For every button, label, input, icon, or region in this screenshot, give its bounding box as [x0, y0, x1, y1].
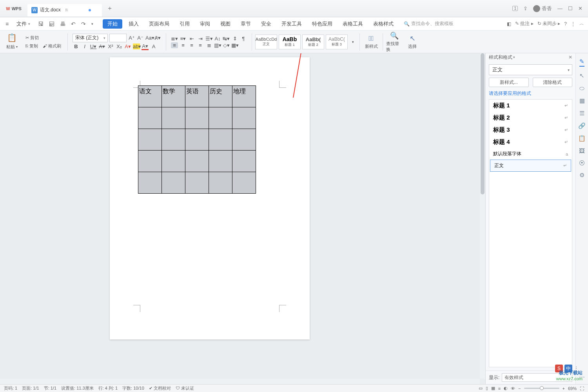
table-cell[interactable]: 语文 — [138, 86, 162, 107]
save-icon[interactable]: 🖫 — [36, 20, 45, 28]
help-icon[interactable]: ? — [564, 21, 567, 27]
find-replace-button[interactable]: 🔍查找替换 — [386, 31, 403, 53]
redo-icon[interactable]: ↷ — [80, 20, 87, 28]
table-cell[interactable]: 历史 — [209, 86, 232, 107]
table-row[interactable] — [138, 172, 256, 194]
status-wordcount[interactable]: 字数: 10/10 — [122, 385, 144, 391]
tab-table-tools[interactable]: 表格工具 — [339, 19, 367, 29]
indent-dec-icon[interactable]: ⇤ — [188, 36, 195, 42]
print-icon[interactable]: 🖶 — [58, 20, 67, 28]
fullscreen-icon[interactable]: ⛶ — [580, 386, 584, 391]
distribute-icon[interactable]: ≣ — [205, 42, 212, 48]
cut-button[interactable]: ✂剪切 — [24, 34, 40, 42]
rail-settings-icon[interactable]: ⚙ — [579, 172, 584, 179]
style-item-h1[interactable]: 标题 1↵ — [489, 100, 572, 112]
style-item-normal[interactable]: 正文↵ — [490, 160, 571, 172]
italic-icon[interactable]: I — [81, 44, 88, 49]
view-read-icon[interactable]: ▭ — [479, 386, 483, 391]
hamburger-icon[interactable]: ≡ — [4, 20, 10, 28]
tab-table-style[interactable]: 表格样式 — [369, 19, 397, 29]
tab-security[interactable]: 安全 — [257, 19, 275, 29]
rail-security-icon[interactable]: ⦿ — [579, 160, 585, 166]
tab-char-icon[interactable]: ↹▾ — [223, 36, 230, 42]
subscript-icon[interactable]: X₂ — [116, 44, 123, 49]
font-color-icon[interactable]: A▾ — [142, 43, 149, 50]
style-heading2[interactable]: AaBb(标题 2 — [302, 34, 324, 49]
table-cell[interactable]: 地理 — [232, 86, 256, 107]
paste-icon[interactable]: 📋 — [7, 33, 17, 42]
undo-dropdown-icon[interactable]: ▾ — [90, 21, 95, 27]
tab-review[interactable]: 审阅 — [196, 19, 214, 29]
document-table[interactable]: 语文 数学 英语 历史 地理 — [138, 85, 256, 194]
align-justify-icon[interactable]: ≡ — [197, 42, 204, 48]
rail-image-icon[interactable]: 🖼 — [579, 147, 585, 154]
char-shading-icon[interactable]: A — [150, 44, 157, 49]
rail-shape-icon[interactable]: ⬭ — [579, 85, 584, 92]
tab-devtools[interactable]: 开发工具 — [278, 19, 306, 29]
tab-insert[interactable]: 插入 — [125, 19, 143, 29]
sync-status[interactable]: ↻ 未同步 ▸ — [537, 20, 561, 27]
skin-icon[interactable]: ◧ — [507, 21, 511, 27]
panel-dropdown-icon[interactable]: ▾ — [513, 55, 515, 59]
clear-format-icon[interactable]: A̷▾ — [154, 35, 161, 41]
collapse-ribbon-icon[interactable]: ︿ — [579, 20, 584, 27]
more-icon[interactable]: ⋮ — [571, 21, 575, 27]
panel-close-icon[interactable]: ✕ — [568, 54, 572, 60]
rail-layout-icon[interactable]: ▦ — [579, 97, 585, 104]
underline-icon[interactable]: U▾ — [90, 44, 97, 49]
style-item-h4[interactable]: 标题 4↵ — [489, 136, 572, 148]
rail-link-icon[interactable]: 🔗 — [578, 122, 586, 129]
font-name-select[interactable]: 宋体 (正文) — [73, 34, 108, 42]
view-print-icon[interactable]: ▯ — [486, 386, 488, 391]
horizontal-scrollbar[interactable] — [0, 379, 480, 384]
outline-icon[interactable]: ☰▾ — [205, 36, 212, 42]
status-rowcol[interactable]: 行: 4 列: 1 — [98, 385, 118, 391]
view-outline-icon[interactable]: ≡ — [498, 386, 501, 391]
select-button[interactable]: ↖选择 — [404, 34, 421, 49]
zoom-slider[interactable] — [524, 388, 559, 389]
format-painter-button[interactable]: 🖌格式刷 — [41, 42, 63, 50]
vertical-scrollbar[interactable] — [480, 53, 485, 379]
style-gallery-more-icon[interactable]: ▾ — [349, 40, 356, 44]
style-item-h3[interactable]: 标题 3↵ — [489, 124, 572, 136]
text-effect-icon[interactable]: A▾ — [124, 44, 131, 49]
file-menu[interactable]: 文件▾ — [13, 19, 34, 29]
tab-special[interactable]: 特色应用 — [308, 19, 336, 29]
paste-button[interactable]: 粘贴▾ — [5, 43, 19, 51]
align-right-icon[interactable]: ≡ — [188, 42, 195, 48]
style-heading3[interactable]: AaBbC(标题 3 — [326, 34, 348, 49]
bullets-icon[interactable]: ≣▾ — [171, 36, 178, 42]
zoom-out-icon[interactable]: − — [518, 386, 521, 391]
table-cell[interactable]: 数学 — [162, 86, 185, 107]
rail-styles-icon[interactable]: ✎ — [579, 58, 584, 67]
tab-view[interactable]: 视图 — [216, 19, 234, 29]
status-section[interactable]: 节: 1/1 — [44, 385, 56, 391]
undo-icon[interactable]: ↶ — [69, 20, 77, 28]
comment-toggle[interactable]: ✎ 批注 ▸ — [515, 20, 534, 27]
para-marks-icon[interactable]: ¶ — [240, 36, 247, 42]
tab-start[interactable]: 开始 — [103, 19, 122, 29]
table-cell[interactable]: 英语 — [185, 86, 209, 107]
copy-button[interactable]: ⎘复制 — [24, 42, 40, 50]
font-size-select[interactable] — [109, 34, 127, 42]
superscript-icon[interactable]: X² — [107, 44, 114, 49]
close-window-icon[interactable]: ✕ — [578, 5, 583, 11]
status-proof[interactable]: ✔ 文档校对 — [149, 385, 171, 391]
shrink-font-icon[interactable]: A⁻ — [137, 35, 144, 41]
current-style-select[interactable]: 正文 — [489, 64, 572, 75]
sort-icon[interactable]: A↕ — [214, 36, 221, 42]
rail-select-icon[interactable]: ↖ — [579, 72, 584, 79]
tab-references[interactable]: 引用 — [176, 19, 194, 29]
columns-icon[interactable]: ▥▾ — [214, 42, 221, 48]
change-case-icon[interactable]: Aa▾ — [145, 35, 152, 41]
table-row[interactable] — [138, 151, 256, 172]
scroll-thumb[interactable] — [481, 53, 485, 194]
document-tab[interactable]: W 语文.docx ⎘ — [27, 4, 102, 16]
status-page[interactable]: 页面: 1/1 — [22, 385, 39, 391]
tab-expand-icon[interactable]: ⎘ — [65, 8, 68, 12]
style-heading1[interactable]: AaBb标题 1 — [279, 34, 301, 49]
document-viewport[interactable]: 语文 数学 英语 历史 地理 — [0, 53, 485, 384]
numbering-icon[interactable]: ≡▾ — [180, 36, 187, 42]
align-left-icon[interactable]: ≡ — [171, 42, 178, 48]
style-item-default-font[interactable]: 默认段落字体a — [489, 148, 572, 160]
